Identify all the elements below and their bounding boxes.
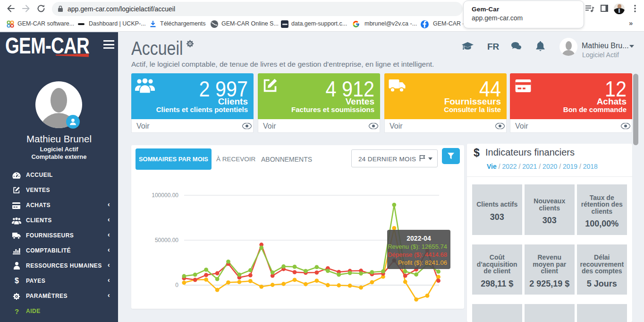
svg-text:100000.00: 100000.00 (152, 192, 178, 199)
svg-text:0: 0 (175, 282, 178, 288)
svg-text:50000.00: 50000.00 (155, 237, 178, 244)
